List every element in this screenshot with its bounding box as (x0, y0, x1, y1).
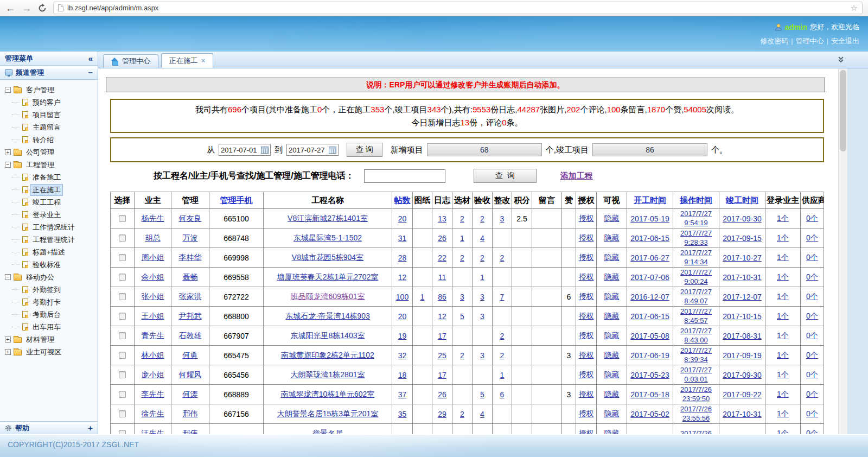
calendar-icon[interactable] (261, 147, 269, 154)
operation-time-link[interactable]: 2017/7/278:43:00 (680, 327, 712, 345)
operation-time-link[interactable]: 2017/7/279:00:24 (680, 268, 712, 286)
row-checkbox[interactable] (119, 215, 126, 222)
logs-count-link[interactable]: 25 (438, 351, 446, 360)
start-date-link[interactable]: 2017-05-02 (630, 410, 669, 418)
reload-icon[interactable] (38, 4, 47, 12)
login-owner-link[interactable]: 1个 (777, 233, 789, 242)
visibility-toggle-link[interactable]: 隐藏 (604, 214, 620, 223)
start-date-link[interactable]: 2017-06-15 (630, 312, 669, 321)
project-link[interactable]: 大朗翠珑湾1栋2801室 (291, 370, 365, 379)
sidebar-item-正在施工[interactable]: 正在施工 (0, 183, 98, 196)
sidebar-item-外勤签到[interactable]: 外勤签到 (0, 283, 98, 296)
sidebar-collapse-icon[interactable]: « (88, 54, 93, 63)
acceptance-count-link[interactable]: 4 (480, 410, 484, 418)
rework-count-link[interactable]: 2 (500, 351, 505, 360)
start-date-link[interactable]: 2017-06-15 (630, 234, 669, 243)
visibility-toggle-link[interactable]: 隐藏 (604, 292, 620, 301)
back-icon[interactable]: ← (5, 3, 15, 13)
url-bar[interactable]: lb.zsgl.net/app/admin/m.aspx ☆ (53, 2, 863, 14)
manager-link[interactable]: 聂畅 (183, 272, 198, 281)
from-date-input[interactable]: 2017-07-01 (219, 144, 271, 156)
login-owner-link[interactable]: 1个 (777, 429, 789, 435)
sidebar-item-转介绍[interactable]: 转介绍 (0, 134, 98, 146)
manager-link[interactable]: 何友良 (179, 214, 202, 223)
materials-count-link[interactable]: 2 (460, 214, 464, 223)
logs-count-link[interactable]: 86 (438, 293, 446, 301)
tab-in-construction[interactable]: 正在施工 × (161, 53, 213, 68)
finish-date-link[interactable]: 2017-09-22 (723, 390, 762, 399)
acceptance-count-link[interactable]: 2 (480, 214, 484, 223)
posts-count-link[interactable]: 12 (398, 273, 407, 282)
manager-link[interactable]: 邢伟 (183, 409, 198, 418)
sidebar-item-登录业主[interactable]: 登录业主 (0, 208, 98, 221)
to-date-input[interactable]: 2017-07-27 (286, 144, 339, 156)
channel-section-bar[interactable]: 频道管理 − (0, 66, 98, 80)
posts-count-link[interactable]: 37 (398, 390, 407, 399)
operation-time-link[interactable]: 2017/7/279:28:33 (680, 229, 712, 247)
start-date-link[interactable]: 2017-05-08 (630, 332, 669, 340)
sidebar-item-移动办公[interactable]: −移动办公 (0, 271, 98, 283)
row-checkbox[interactable] (119, 391, 126, 398)
materials-count-link[interactable]: 2 (460, 351, 464, 360)
operation-time-link[interactable]: 2017/7/278:39:34 (680, 346, 712, 364)
posts-count-link[interactable]: 18 (398, 371, 407, 379)
drawings-count-link[interactable]: 1 (420, 293, 425, 301)
section-collapse-icon[interactable]: − (88, 68, 93, 77)
column-header-phone[interactable]: 管理手机 (209, 192, 264, 209)
help-expand-icon[interactable]: + (88, 423, 93, 433)
chevron-double-down-icon[interactable] (837, 55, 845, 64)
start-date-link[interactable]: 2017-05-23 (630, 371, 669, 379)
posts-count-link[interactable]: 35 (398, 410, 407, 418)
visibility-toggle-link[interactable]: 隐藏 (604, 312, 620, 320)
visibility-toggle-link[interactable]: 隐藏 (604, 370, 620, 379)
login-owner-link[interactable]: 1个 (777, 214, 789, 223)
finish-date-link[interactable]: 2017-12-07 (723, 293, 762, 301)
sidebar-item-验收标准[interactable]: 验收标准 (0, 258, 98, 271)
materials-count-link[interactable]: 2 (460, 253, 464, 262)
visibility-toggle-link[interactable]: 隐藏 (604, 390, 620, 398)
acceptance-count-link[interactable]: 2 (480, 253, 484, 262)
logs-count-link[interactable]: 26 (438, 234, 446, 243)
manager-link[interactable]: 万波 (183, 233, 198, 242)
supplier-link[interactable]: 0个 (806, 351, 818, 359)
supplier-link[interactable]: 0个 (806, 390, 818, 398)
supplier-link[interactable]: 0个 (806, 370, 818, 379)
finish-date-link[interactable]: 2017-09-30 (723, 371, 762, 379)
sidebar-item-客户管理[interactable]: −客户管理 (0, 84, 98, 96)
column-header-finish[interactable]: 竣工时间 (719, 192, 765, 209)
column-header-op[interactable]: 操作时间 (673, 192, 719, 209)
visibility-toggle-link[interactable]: 隐藏 (604, 331, 620, 340)
row-checkbox[interactable] (119, 313, 126, 320)
authorize-link[interactable]: 授权 (579, 233, 594, 242)
visibility-toggle-link[interactable]: 隐藏 (604, 429, 620, 435)
finish-date-link[interactable]: 2017-10-15 (723, 312, 762, 321)
rework-count-link[interactable]: 1 (500, 371, 505, 379)
add-project-link[interactable]: 添加工程 (560, 171, 593, 181)
logs-count-link[interactable]: 17 (438, 371, 446, 379)
authorize-link[interactable]: 授权 (579, 272, 594, 281)
finish-date-link[interactable]: 2017-10-27 (723, 253, 762, 262)
change-password-link[interactable]: 修改密码 (760, 37, 788, 45)
sidebar-item-主题留言[interactable]: 主题留言 (0, 121, 98, 134)
visibility-toggle-link[interactable]: 隐藏 (604, 253, 620, 262)
logs-count-link[interactable]: 11 (438, 273, 446, 282)
owner-link[interactable]: 王小姐 (142, 312, 164, 320)
manager-link[interactable]: 何耀风 (179, 370, 202, 379)
visibility-toggle-link[interactable]: 隐藏 (604, 351, 620, 359)
finish-date-link[interactable]: 2017-10-31 (723, 410, 762, 418)
acceptance-count-link[interactable]: 3 (480, 351, 484, 360)
acceptance-count-link[interactable]: 3 (480, 312, 484, 321)
rework-count-link[interactable]: 2 (500, 253, 505, 262)
materials-count-link[interactable]: 3 (460, 293, 464, 301)
login-owner-link[interactable]: 1个 (777, 292, 789, 301)
start-date-link[interactable]: 2017-06-19 (630, 351, 669, 360)
project-link[interactable]: 塘厦班芙春天2栋1单元2702室 (277, 272, 379, 281)
supplier-link[interactable]: 0个 (806, 214, 818, 223)
row-checkbox[interactable] (119, 254, 126, 261)
operation-time-link[interactable]: 2017/7/2623:59:50 (680, 385, 712, 403)
posts-count-link[interactable]: 31 (398, 234, 407, 243)
manager-link[interactable]: 尹邦武 (179, 312, 202, 320)
supplier-link[interactable]: 0个 (806, 409, 818, 418)
finish-date-link[interactable]: 2017-09-15 (723, 234, 762, 243)
login-owner-link[interactable]: 1个 (777, 370, 789, 379)
